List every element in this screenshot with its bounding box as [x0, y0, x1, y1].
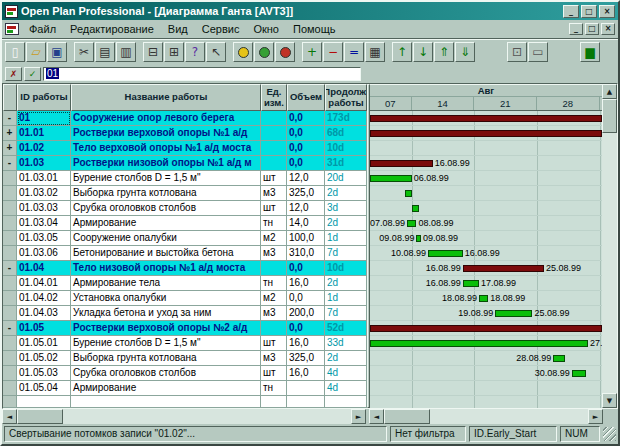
task-volume-cell[interactable]: 0,0	[287, 321, 325, 336]
task-unit-cell[interactable]: шт	[261, 201, 287, 216]
task-duration-cell[interactable]: 20d	[325, 171, 367, 186]
task-name-cell[interactable]: Выборка грунта котлована	[71, 351, 261, 366]
task-id-cell[interactable]: 01.03.06	[17, 246, 71, 261]
task-volume-cell[interactable]: 0,0	[287, 126, 325, 141]
restore-button[interactable]: □	[581, 5, 597, 18]
table-scroll-track[interactable]	[17, 409, 351, 424]
task-unit-cell[interactable]: тн	[261, 276, 287, 291]
task-volume-cell[interactable]: 16,0	[287, 276, 325, 291]
column-header-id[interactable]: ID работы	[17, 84, 71, 111]
expand-toggle[interactable]: -	[3, 156, 17, 171]
expand-toggle[interactable]: +	[3, 126, 17, 141]
link-activities-button[interactable]: =	[344, 42, 364, 62]
task-volume-cell[interactable]: 100,0	[287, 231, 325, 246]
task-duration-cell[interactable]: 2d	[325, 351, 367, 366]
gantt-summary-bar[interactable]	[370, 160, 433, 167]
task-volume-cell[interactable]: 310,0	[287, 246, 325, 261]
task-id-cell[interactable]: 01.04.03	[17, 306, 71, 321]
task-volume-cell[interactable]: 12,0	[287, 201, 325, 216]
task-id-cell[interactable]: 01.03.03	[17, 201, 71, 216]
expand-toggle[interactable]: -	[3, 321, 17, 336]
task-name-cell[interactable]: Ростверки верховой опоры №1 а/д	[71, 126, 261, 141]
gantt-task-bar[interactable]	[407, 220, 416, 227]
context-help-button[interactable]: ↖	[206, 42, 226, 62]
table-scroll-left-button[interactable]: ◄	[2, 409, 17, 424]
task-id-cell[interactable]: 01.04.02	[17, 291, 71, 306]
gantt-task-bar[interactable]	[370, 340, 588, 347]
gantt-task-bar[interactable]	[416, 235, 421, 242]
menu-item[interactable]: Файл	[22, 22, 63, 36]
task-duration-cell[interactable]: 7d	[325, 306, 367, 321]
close-button[interactable]: ×	[599, 5, 615, 18]
menu-item[interactable]: Окно	[246, 22, 286, 36]
task-duration-cell[interactable]: 10d	[325, 261, 367, 276]
gantt-task-bar[interactable]	[572, 370, 586, 377]
task-id-cell[interactable]: 01.03.02	[17, 186, 71, 201]
print-button[interactable]: ⊟	[143, 42, 163, 62]
task-unit-cell[interactable]: м2	[261, 231, 287, 246]
task-id-cell[interactable]: 01.05.03	[17, 366, 71, 381]
task-unit-cell[interactable]: шт	[261, 171, 287, 186]
task-volume-cell[interactable]: 0,0	[287, 156, 325, 171]
task-duration-cell[interactable]: 4d	[325, 366, 367, 381]
task-name-cell[interactable]: Бурение столбов D = 1,5 м"	[71, 336, 261, 351]
gantt-task-bar[interactable]	[428, 250, 463, 257]
gantt-document-icon[interactable]	[5, 23, 19, 35]
time-analysis-button[interactable]	[254, 42, 274, 62]
task-id-cell[interactable]: 01.05.01	[17, 336, 71, 351]
barchart-button[interactable]: ▆	[580, 42, 600, 62]
mdi-close-button[interactable]: ×	[601, 23, 615, 35]
copy-button[interactable]: ▤	[95, 42, 115, 62]
task-duration-cell[interactable]: 1d	[325, 231, 367, 246]
gantt-scroll-left-button[interactable]: ◄	[369, 409, 384, 424]
task-volume-cell[interactable]: 16,0	[287, 366, 325, 381]
gantt-task-bar[interactable]	[463, 280, 479, 287]
vertical-scroll-track[interactable]	[602, 99, 617, 393]
task-volume-cell[interactable]	[287, 381, 325, 396]
task-unit-cell[interactable]	[261, 321, 287, 336]
menu-item[interactable]: Редактирование	[63, 22, 161, 36]
task-id-cell[interactable]: 01.03.04	[17, 216, 71, 231]
task-duration-cell[interactable]: 3d	[325, 201, 367, 216]
column-header-volume[interactable]: Объем	[287, 84, 325, 111]
task-unit-cell[interactable]: м3	[261, 246, 287, 261]
print-preview-button[interactable]: ⊞	[164, 42, 184, 62]
task-duration-cell[interactable]: 33d	[325, 336, 367, 351]
task-duration-cell[interactable]: 2d	[325, 186, 367, 201]
new-document-button[interactable]: ▯	[5, 42, 25, 62]
task-duration-cell[interactable]: 10d	[325, 141, 367, 156]
task-volume-cell[interactable]: 200,0	[287, 306, 325, 321]
paste-button[interactable]: ▥	[116, 42, 136, 62]
confirm-button[interactable]: ✓	[24, 67, 41, 81]
task-volume-cell[interactable]: 12,0	[287, 171, 325, 186]
task-duration-cell[interactable]: 2d	[325, 216, 367, 231]
task-id-cell[interactable]: 01.05.02	[17, 351, 71, 366]
add-activity-button[interactable]: +	[302, 42, 322, 62]
task-unit-cell[interactable]: шт	[261, 366, 287, 381]
task-unit-cell[interactable]: м3	[261, 306, 287, 321]
task-duration-cell[interactable]: 52d	[325, 321, 367, 336]
table-scroll-thumb[interactable]	[17, 409, 63, 424]
task-volume-cell[interactable]: 14,0	[287, 216, 325, 231]
task-name-cell[interactable]: Установка опалубки	[71, 291, 261, 306]
task-unit-cell[interactable]: м3	[261, 351, 287, 366]
column-header-name[interactable]: Название работы	[71, 84, 261, 111]
task-name-cell[interactable]: Бетонирование и выстойка бетона	[71, 246, 261, 261]
task-volume-cell[interactable]: 16,0	[287, 336, 325, 351]
gantt-horizontal-scrollbar[interactable]: ◄ ►	[369, 409, 603, 424]
task-duration-cell[interactable]: 2d	[325, 276, 367, 291]
time-now-button[interactable]	[233, 42, 253, 62]
rolldown-button[interactable]: ⇓	[455, 42, 475, 62]
task-id-cell[interactable]: 01.03.05	[17, 231, 71, 246]
task-unit-cell[interactable]: м2	[261, 291, 287, 306]
scroll-up-button[interactable]: ▲	[602, 84, 617, 99]
vertical-scroll-thumb[interactable]	[602, 99, 617, 133]
gantt-task-bar[interactable]	[370, 175, 412, 182]
task-name-cell[interactable]: Армирование	[71, 381, 261, 396]
task-name-cell[interactable]: Укладка бетона и уход за ним	[71, 306, 261, 321]
gantt-scroll-track[interactable]	[384, 409, 588, 424]
cut-button[interactable]: ✂	[74, 42, 94, 62]
gantt-task-bar[interactable]	[405, 190, 412, 197]
mdi-minimize-button[interactable]: _	[569, 23, 583, 35]
gantt-scroll-thumb[interactable]	[384, 409, 430, 424]
